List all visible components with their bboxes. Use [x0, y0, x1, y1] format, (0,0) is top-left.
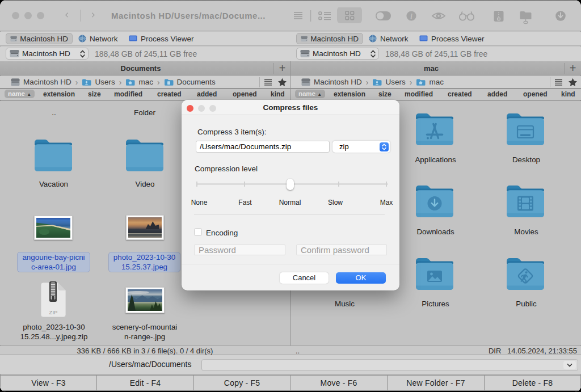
svg-text:ZIP: ZIP: [49, 309, 58, 315]
